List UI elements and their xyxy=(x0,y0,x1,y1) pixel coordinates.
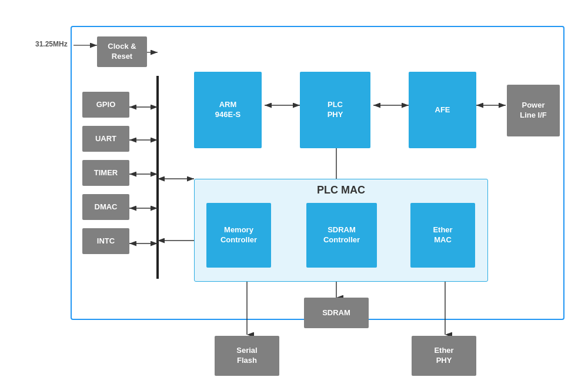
serial-flash-block: SerialFlash xyxy=(215,336,279,376)
afe-block: AFE xyxy=(409,72,476,148)
diagram-container: 31.25MHz Clock & Reset GPIO UART TIMER D… xyxy=(12,8,576,379)
timer-block: TIMER xyxy=(82,160,129,186)
ether-phy-block: EtherPHY xyxy=(412,336,476,376)
memory-controller-block: MemoryController xyxy=(206,203,271,268)
sdram-controller-block: SDRAMController xyxy=(306,203,377,268)
clock-reset-block: Clock & Reset xyxy=(97,36,147,67)
plc-phy-block: PLCPHY xyxy=(300,72,370,148)
power-line-block: PowerLine I/F xyxy=(507,85,560,136)
ether-mac-block: EtherMAC xyxy=(410,203,475,268)
gpio-block: GPIO xyxy=(82,92,129,118)
sdram-block: SDRAM xyxy=(304,298,369,328)
arm-block: ARM946E-S xyxy=(194,72,262,148)
plc-mac-container: PLC MAC MemoryController SDRAMController… xyxy=(194,179,488,282)
dmac-block: DMAC xyxy=(82,194,129,220)
uart-block: UART xyxy=(82,126,129,152)
frequency-label: 31.25MHz xyxy=(35,40,68,48)
plc-mac-label: PLC MAC xyxy=(195,184,487,196)
intc-block: INTC xyxy=(82,228,129,254)
